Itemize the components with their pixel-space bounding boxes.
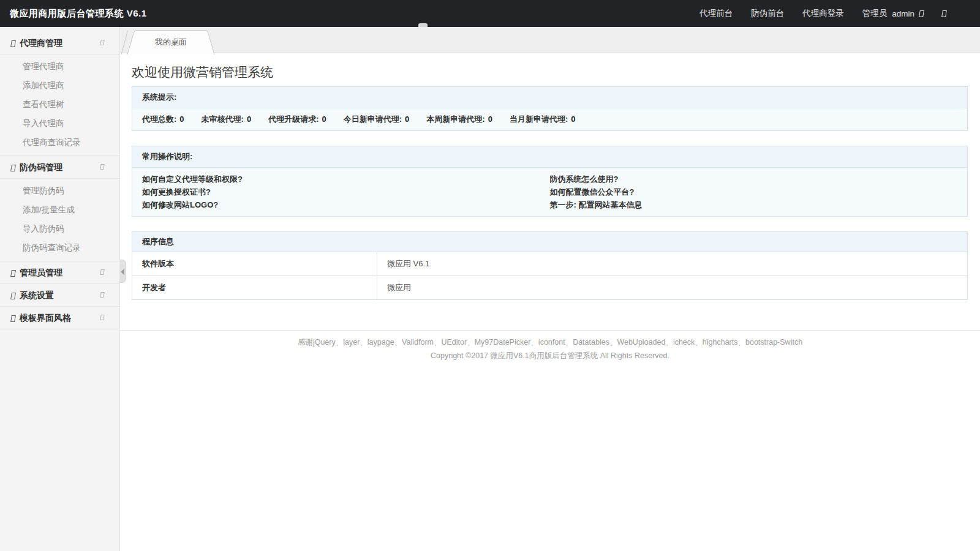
stat-label: 代理总数: [142, 114, 176, 124]
stat-new-this-week: 本周新申请代理:0 [426, 114, 492, 125]
admin-username: admin [892, 9, 914, 18]
app-title: 微应用商用版后台管理系统 V6.1 [10, 8, 147, 20]
page-footer: 感谢jQuery、layer、laypage、Validform、UEditor… [120, 330, 980, 362]
faq-link-agent-levels[interactable]: 如何自定义代理等级和权限? [142, 173, 550, 186]
sidebar: 代理商管理 管理代理商 添加代理商 查看代理树 导入代理商 代理商查询记录 防伪… [0, 27, 120, 551]
sidebar-children-antifake-management: 管理防伪码 添加/批量生成 导入防伪码 防伪码查询记录 [0, 179, 119, 261]
menu-section-icon [10, 315, 16, 322]
faq-link-wechat-platform[interactable]: 如何配置微信公众平台? [550, 186, 958, 198]
admin-role-label: 管理员 [862, 8, 888, 19]
sidebar-section-label: 管理员管理 [20, 268, 62, 277]
stat-new-this-month: 当月新申请代理:0 [510, 114, 576, 125]
operations-left-column: 如何自定义代理等级和权限? 如何更换授权证书? 如何修改网站LOGO? [142, 173, 550, 211]
sidebar-item-import-agents[interactable]: 导入代理商 [0, 114, 119, 133]
sidebar-section-label: 模板界面风格 [20, 313, 71, 323]
chevron-icon [100, 164, 104, 170]
faq-link-license[interactable]: 如何更换授权证书? [142, 186, 550, 198]
footer-copyright: Copyright ©2017 微应用V6.1商用版后台管理系统 All Rig… [120, 349, 980, 362]
sidebar-section-system-settings[interactable]: 系统设置 [0, 284, 119, 307]
stat-value: 0 [405, 114, 409, 124]
sidebar-collapse-handle[interactable] [120, 260, 126, 283]
caret-down-icon [919, 10, 924, 17]
antifake-frontend-link[interactable]: 防伪前台 [751, 8, 784, 19]
sidebar-item-manage-codes[interactable]: 管理防伪码 [0, 181, 119, 200]
logout-icon[interactable] [941, 10, 947, 17]
stat-unreviewed-agents: 未审核代理:0 [202, 114, 252, 125]
chevron-icon [100, 315, 104, 320]
operations-panel: 常用操作说明: 如何自定义代理等级和权限? 如何更换授权证书? 如何修改网站LO… [132, 146, 968, 217]
stat-label: 当月新申请代理: [510, 114, 568, 124]
stat-value: 0 [247, 114, 251, 124]
agent-frontend-link[interactable]: 代理前台 [699, 8, 733, 19]
operations-right-column: 防伪系统怎么使用? 如何配置微信公众平台? 第一步: 配置网站基本信息 [550, 173, 958, 211]
stat-new-today: 今日新申请代理:0 [344, 114, 410, 125]
chevron-icon [100, 269, 104, 275]
developer-label: 开发者 [132, 276, 377, 299]
tab-my-desktop[interactable]: 我的桌面 [120, 29, 224, 54]
sidebar-section-label: 系统设置 [20, 290, 54, 300]
chevron-icon [100, 292, 104, 298]
sidebar-children-agent-management: 管理代理商 添加代理商 查看代理树 导入代理商 代理商查询记录 [0, 54, 119, 156]
topbar-nav: 代理前台 防伪前台 代理商登录 管理员 admin [699, 8, 946, 19]
stat-label: 未审核代理: [202, 114, 244, 124]
operations-body: 如何自定义代理等级和权限? 如何更换授权证书? 如何修改网站LOGO? 防伪系统… [132, 168, 967, 216]
chevron-icon [100, 40, 104, 45]
stat-label: 今日新申请代理: [344, 114, 402, 124]
table-row: 软件版本 微应用 V6.1 [132, 252, 967, 276]
menu-section-icon [10, 293, 16, 299]
operations-header: 常用操作说明: [132, 146, 967, 168]
admin-dropdown[interactable]: 管理员 admin [862, 8, 924, 19]
sidebar-section-template-style[interactable]: 模板界面风格 [0, 307, 119, 329]
tab-label: 我的桌面 [134, 37, 208, 48]
sidebar-item-manage-agents[interactable]: 管理代理商 [0, 57, 119, 76]
stat-value: 0 [488, 114, 492, 124]
system-tips-panel: 系统提示: 代理总数:0 未审核代理:0 代理升级请求:0 今日新申请代理:0 [132, 86, 968, 131]
sidebar-item-batch-generate[interactable]: 添加/批量生成 [0, 200, 119, 219]
menu-section-icon [10, 165, 16, 171]
main-area: 我的桌面 欢迎使用微营销管理系统 系统提示: 代理总数:0 未审核代理:0 代理… [120, 27, 980, 551]
developer-value: 微应用 [377, 276, 967, 299]
footer-thanks: 感谢jQuery、layer、laypage、Validform、UEditor… [120, 335, 980, 349]
program-info-body: 软件版本 微应用 V6.1 开发者 微应用 [132, 252, 967, 299]
menu-section-icon [10, 40, 16, 47]
faq-link-logo[interactable]: 如何修改网站LOGO? [142, 198, 550, 211]
page-title: 欢迎使用微营销管理系统 [132, 64, 968, 81]
menu-section-icon [10, 270, 16, 277]
agent-login-link[interactable]: 代理商登录 [802, 8, 844, 19]
tab-strip: 我的桌面 [120, 27, 980, 53]
sidebar-section-admin-management[interactable]: 管理员管理 [0, 261, 119, 284]
sidebar-section-label: 防伪码管理 [20, 162, 62, 172]
program-info-header: 程序信息 [132, 232, 967, 252]
sidebar-item-agent-query-log[interactable]: 代理商查询记录 [0, 133, 119, 152]
faq-link-antifake-usage[interactable]: 防伪系统怎么使用? [550, 173, 958, 186]
sidebar-item-code-query-log[interactable]: 防伪码查询记录 [0, 238, 119, 257]
system-tips-header: 系统提示: [132, 87, 967, 108]
page-content: 欢迎使用微营销管理系统 系统提示: 代理总数:0 未审核代理:0 代理升级请求:… [120, 64, 980, 300]
stat-label: 本周新申请代理: [426, 114, 484, 124]
stat-value: 0 [571, 114, 575, 124]
software-version-label: 软件版本 [132, 252, 377, 276]
collapse-left-icon [121, 269, 124, 275]
topbar: 微应用商用版后台管理系统 V6.1 代理前台 防伪前台 代理商登录 管理员 ad… [0, 0, 980, 27]
stat-value: 0 [322, 114, 326, 124]
software-version-value: 微应用 V6.1 [377, 252, 967, 276]
stat-total-agents: 代理总数:0 [142, 114, 184, 125]
system-tips-body: 代理总数:0 未审核代理:0 代理升级请求:0 今日新申请代理:0 本周新申请代… [132, 108, 967, 130]
stat-value: 0 [179, 114, 184, 124]
sidebar-section-antifake-management[interactable]: 防伪码管理 [0, 156, 119, 179]
sidebar-section-label: 代理商管理 [20, 38, 62, 48]
faq-link-site-basic-info[interactable]: 第一步: 配置网站基本信息 [550, 198, 958, 211]
sidebar-item-view-agent-tree[interactable]: 查看代理树 [0, 95, 119, 114]
sidebar-item-add-agent[interactable]: 添加代理商 [0, 76, 119, 95]
sidebar-section-agent-management[interactable]: 代理商管理 [0, 32, 119, 54]
table-row: 开发者 微应用 [132, 276, 967, 299]
sidebar-item-import-codes[interactable]: 导入防伪码 [0, 219, 119, 238]
program-info-panel: 程序信息 软件版本 微应用 V6.1 开发者 微应用 [132, 231, 968, 300]
stat-upgrade-requests: 代理升级请求:0 [268, 114, 326, 125]
stat-label: 代理升级请求: [268, 114, 318, 124]
